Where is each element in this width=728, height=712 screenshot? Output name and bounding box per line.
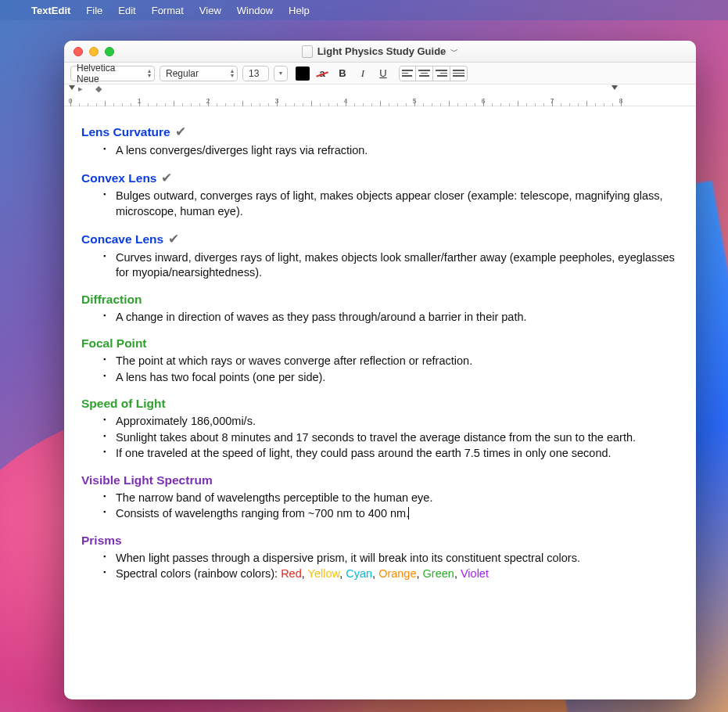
format-toolbar: Helvetica Neue ▴▾ Regular ▴▾ 13 ▾ a B I … <box>64 63 696 85</box>
bullet-item[interactable]: A lens converges/diverges light rays via… <box>103 143 679 159</box>
menu-edit[interactable]: Edit <box>118 5 135 16</box>
ruler-number: 8 <box>619 97 622 105</box>
section-heading-text: Diffraction <box>81 292 142 308</box>
section-heading[interactable]: Focal Point <box>81 336 679 352</box>
spectral-color: Yellow <box>308 567 340 580</box>
spectral-color: Red <box>281 567 302 580</box>
spectral-color: Orange <box>378 567 416 580</box>
text-color-swatch[interactable] <box>296 67 310 81</box>
right-indent-marker[interactable] <box>611 85 618 90</box>
section-heading[interactable]: Speed of Light <box>81 396 679 412</box>
section: Convex Lens✔Bulges outward, converges ra… <box>81 170 679 220</box>
menu-window[interactable]: Window <box>237 5 273 16</box>
checkmark-icon: ✔ <box>175 124 186 142</box>
document-proxy-icon <box>302 45 313 58</box>
bullet-item[interactable]: Curves inward, diverges rays of light, m… <box>103 250 679 281</box>
section: Visible Light SpectrumThe narrow band of… <box>81 473 679 522</box>
section-heading[interactable]: Lens Curvature✔ <box>81 124 679 142</box>
bullet-item[interactable]: Sunlight takes about 8 minutes and 17 se… <box>103 430 679 446</box>
font-family-select[interactable]: Helvetica Neue ▴▾ <box>70 66 155 81</box>
ruler-number: 2 <box>206 97 210 105</box>
section-heading[interactable]: Convex Lens✔ <box>81 170 679 188</box>
ruler-number: 5 <box>412 97 416 105</box>
window-titlebar[interactable]: Light Physics Study Guide ﹀ <box>64 41 696 63</box>
align-left-button[interactable] <box>399 66 416 81</box>
bullet-item[interactable]: When light passes through a dispersive p… <box>103 551 679 566</box>
chevron-updown-icon: ▴▾ <box>148 69 151 78</box>
bullet-item[interactable]: A lens has two focal points (one per sid… <box>103 370 679 386</box>
section-heading-text: Concave Lens <box>81 232 163 248</box>
section: Speed of LightApproximately 186,000mi/s.… <box>81 396 679 462</box>
section-heading-text: Convex Lens <box>81 171 156 187</box>
ruler-number: 1 <box>137 97 141 105</box>
document-area[interactable]: Lens Curvature✔A lens converges/diverges… <box>64 106 696 699</box>
bullet-item[interactable]: Consists of wavelengths ranging from ~70… <box>103 506 679 522</box>
ruler[interactable]: ▸ ◆ 012345678 <box>64 85 696 106</box>
align-justify-button[interactable] <box>450 66 468 81</box>
text-caret <box>408 507 409 520</box>
bullet-item[interactable]: Bulges outward, converges rays of light,… <box>103 189 679 219</box>
menu-format[interactable]: Format <box>152 5 184 16</box>
section-heading[interactable]: Visible Light Spectrum <box>81 473 679 489</box>
chevron-updown-icon: ▴▾ <box>231 69 234 78</box>
font-size-value: 13 <box>249 68 259 79</box>
bullet-list: The point at which rays or waves converg… <box>81 354 679 385</box>
textedit-window: Light Physics Study Guide ﹀ Helvetica Ne… <box>64 41 696 699</box>
close-button[interactable] <box>74 47 83 56</box>
bullet-item[interactable]: A change in direction of waves as they p… <box>103 310 679 325</box>
checkmark-icon: ✔ <box>161 170 172 188</box>
bullet-list: Curves inward, diverges rays of light, m… <box>81 250 679 281</box>
font-style-select[interactable]: Regular ▴▾ <box>160 66 238 81</box>
section-heading[interactable]: Concave Lens✔ <box>81 231 679 249</box>
bullet-item[interactable]: The point at which rays or waves converg… <box>103 354 679 369</box>
ruler-number: 4 <box>343 97 347 105</box>
align-center-button[interactable] <box>416 66 433 81</box>
bold-button[interactable]: B <box>335 66 350 81</box>
section-heading-text: Visible Light Spectrum <box>81 473 213 489</box>
ruler-number: 7 <box>550 97 554 105</box>
ruler-number: 6 <box>481 97 485 105</box>
bullet-item[interactable]: If one traveled at the speed of light, t… <box>103 446 679 462</box>
minimize-button[interactable] <box>89 47 99 56</box>
alignment-segmented <box>399 66 468 81</box>
section: DiffractionA change in direction of wave… <box>81 292 679 325</box>
bullet-item[interactable]: The narrow band of wavelengths perceptib… <box>103 491 679 506</box>
font-size-stepper[interactable]: ▾ <box>274 66 288 81</box>
menu-view[interactable]: View <box>199 5 221 16</box>
section-heading[interactable]: Prisms <box>81 533 679 549</box>
checkmark-icon: ✔ <box>168 231 179 249</box>
traffic-lights <box>74 47 114 56</box>
spectral-color: Cyan <box>346 567 372 580</box>
zoom-button[interactable] <box>105 47 114 56</box>
section-heading-text: Prisms <box>81 533 122 549</box>
window-title: Light Physics Study Guide <box>317 45 446 57</box>
section-heading-text: Speed of Light <box>81 396 166 412</box>
app-menu[interactable]: TextEdit <box>31 5 70 16</box>
spectral-color: Green <box>423 567 454 580</box>
left-indent-marker[interactable] <box>69 85 75 90</box>
ruler-number: 0 <box>68 97 72 105</box>
bullet-item[interactable]: Spectral colors (rainbow colors): Red, Y… <box>103 566 679 582</box>
align-right-button[interactable] <box>433 66 450 81</box>
italic-button[interactable]: I <box>355 66 371 81</box>
bullet-item[interactable]: Approximately 186,000mi/s. <box>103 414 679 430</box>
bullet-list: When light passes through a dispersive p… <box>81 551 679 582</box>
menu-file[interactable]: File <box>86 5 102 16</box>
menu-help[interactable]: Help <box>289 5 310 16</box>
bullet-list: A lens converges/diverges light rays via… <box>81 143 679 159</box>
section-heading[interactable]: Diffraction <box>81 292 679 308</box>
ruler-number: 3 <box>274 97 278 105</box>
bullet-list: The narrow band of wavelengths perceptib… <box>81 491 679 522</box>
title-menu-chevron-icon: ﹀ <box>450 46 458 57</box>
underline-button[interactable]: U <box>375 66 391 81</box>
bullet-list: Approximately 186,000mi/s.Sunlight takes… <box>81 414 679 462</box>
section-heading-text: Focal Point <box>81 336 147 352</box>
section: Lens Curvature✔A lens converges/diverges… <box>81 124 679 159</box>
system-menubar: TextEdit File Edit Format View Window He… <box>0 0 728 20</box>
font-size-field[interactable]: 13 <box>242 66 269 81</box>
bullet-list: Bulges outward, converges rays of light,… <box>81 189 679 219</box>
section: Focal PointThe point at which rays or wa… <box>81 336 679 385</box>
bullet-list: A change in direction of waves as they p… <box>81 310 679 325</box>
strikethrough-color-button[interactable]: a <box>314 66 330 81</box>
spectral-color: Violet <box>461 567 489 580</box>
